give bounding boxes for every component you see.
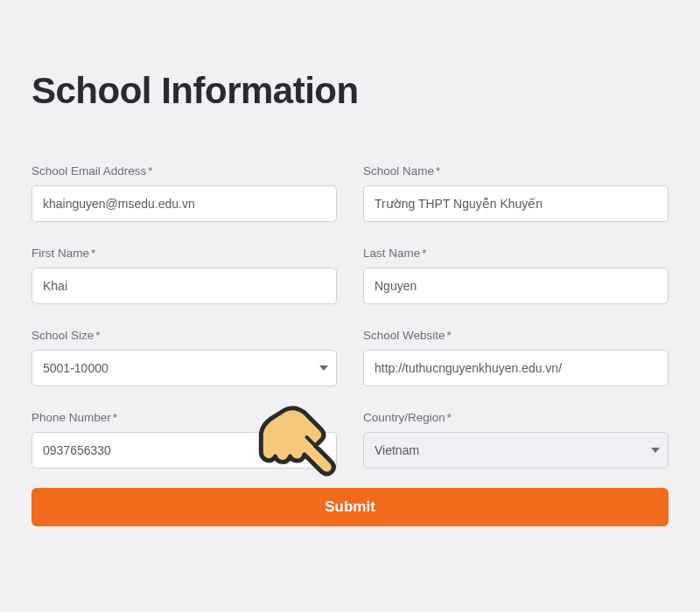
field-first-name: First Name* xyxy=(32,247,337,304)
phone-input[interactable] xyxy=(32,432,337,469)
first-name-input[interactable] xyxy=(32,268,337,304)
required-mark: * xyxy=(436,164,440,177)
required-mark: * xyxy=(422,247,426,260)
school-size-select-wrap: 5001-10000 xyxy=(32,350,337,386)
label-school-name-text: School Name xyxy=(363,164,434,177)
label-school-website-text: School Website xyxy=(363,329,445,342)
label-school-name: School Name* xyxy=(363,164,668,177)
country-select-wrap: Vietnam xyxy=(363,432,668,469)
required-mark: * xyxy=(148,164,152,177)
page-title: School Information xyxy=(32,70,668,112)
field-country: Country/Region* Vietnam xyxy=(363,411,668,469)
field-school-email: School Email Address* xyxy=(32,164,337,222)
field-school-name: School Name* xyxy=(363,164,668,222)
school-website-input[interactable] xyxy=(363,350,668,386)
label-school-website: School Website* xyxy=(363,329,668,342)
required-mark: * xyxy=(95,329,100,342)
field-school-website: School Website* xyxy=(363,329,668,386)
field-school-size: School Size* 5001-10000 xyxy=(32,329,337,386)
label-school-email-text: School Email Address xyxy=(32,164,146,177)
label-phone: Phone Number* xyxy=(32,411,337,424)
label-last-name: Last Name* xyxy=(363,247,668,260)
label-school-email: School Email Address* xyxy=(32,164,337,177)
label-first-name: First Name* xyxy=(32,247,337,260)
label-first-name-text: First Name xyxy=(32,247,89,260)
field-last-name: Last Name* xyxy=(363,247,668,304)
required-mark: * xyxy=(113,411,117,424)
label-school-size: School Size* xyxy=(32,329,337,342)
school-info-form: School Information School Email Address*… xyxy=(5,0,695,553)
country-select[interactable]: Vietnam xyxy=(363,432,668,469)
submit-button[interactable]: Submit xyxy=(32,488,668,526)
submit-row: Submit xyxy=(32,488,668,526)
label-country: Country/Region* xyxy=(363,411,668,424)
required-mark: * xyxy=(447,329,452,342)
label-last-name-text: Last Name xyxy=(363,247,420,260)
last-name-input[interactable] xyxy=(363,268,668,304)
required-mark: * xyxy=(91,247,95,260)
school-email-input[interactable] xyxy=(32,185,337,222)
field-phone: Phone Number* xyxy=(32,411,337,469)
school-name-input[interactable] xyxy=(363,185,668,222)
required-mark: * xyxy=(447,411,452,424)
school-size-select[interactable]: 5001-10000 xyxy=(32,350,337,386)
label-phone-text: Phone Number xyxy=(32,411,111,424)
label-school-size-text: School Size xyxy=(32,329,94,342)
form-grid: School Email Address* School Name* First… xyxy=(32,164,668,469)
label-country-text: Country/Region xyxy=(363,411,445,424)
